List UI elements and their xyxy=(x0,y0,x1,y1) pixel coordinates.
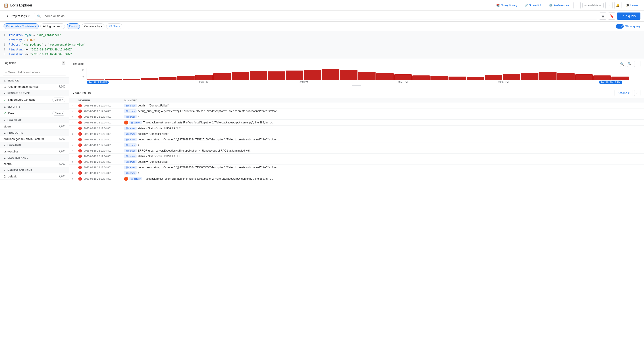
chip-icon: ▤ xyxy=(126,149,128,152)
expand-row-button[interactable]: › xyxy=(71,177,74,180)
clear-severity-button[interactable]: Clear × xyxy=(52,111,66,116)
chip-icon: ▤ xyxy=(126,115,128,118)
check-icon: ✓ xyxy=(4,111,6,116)
chevron-down-icon: ▾ xyxy=(101,25,102,28)
section-project-id[interactable]: ▲ PROJECT ID xyxy=(0,130,69,136)
section-log-name[interactable]: ▲ LOG NAME xyxy=(0,117,69,124)
bar xyxy=(213,73,231,80)
bar xyxy=(430,76,448,80)
bar xyxy=(358,72,376,80)
expand-row-button[interactable]: › xyxy=(71,160,74,164)
section-location[interactable]: ▲ LOCATION xyxy=(0,142,69,148)
check-icon: ✓ xyxy=(4,98,6,102)
project-logs-button[interactable]: ✦ Project logs ▾ xyxy=(4,13,32,20)
expand-row-button[interactable]: › xyxy=(71,166,74,169)
query-library-button[interactable]: 📚 Query library xyxy=(494,2,520,8)
clear-resource-button[interactable]: Clear × xyxy=(52,98,66,102)
table-row: › 🔴 2025-02-19 22:12:04.801 ▤ server det… xyxy=(69,131,644,137)
expand-row-button[interactable]: › xyxy=(71,126,74,130)
expand-row-button[interactable]: › xyxy=(71,149,74,152)
y-axis-max: 4K xyxy=(82,69,84,71)
server-chip: ▤ server xyxy=(124,154,136,158)
run-query-button[interactable]: Run query xyxy=(617,12,640,20)
link-icon: 🔗 xyxy=(524,4,528,7)
delete-icon: 🗑 xyxy=(601,14,604,18)
left-panel: Log fields « ≡ ▲ SERVICE ⬡ recommendatio… xyxy=(0,59,69,354)
more-filters-button[interactable]: +3 filters xyxy=(106,24,122,29)
nav-prev-button[interactable]: ‹ xyxy=(574,2,581,9)
expand-row-button[interactable]: › xyxy=(71,109,74,113)
bar xyxy=(304,70,321,80)
bar xyxy=(268,72,285,80)
expand-row-button[interactable]: › xyxy=(71,154,74,158)
expand-row-button[interactable]: › xyxy=(71,121,74,124)
timeline-chart xyxy=(86,68,629,80)
server-chip: ▤ server xyxy=(124,138,136,141)
bar xyxy=(466,77,484,80)
col-summary: SUMMARY xyxy=(124,99,642,102)
bar xyxy=(123,79,140,80)
server-chip: ▤ server xyxy=(130,177,142,180)
server-chip: ▤ server xyxy=(124,143,136,147)
share-link-button[interactable]: 🔗 Share link xyxy=(522,2,544,8)
chip-icon: ▤ xyxy=(126,132,128,135)
chip-icon: ▤ xyxy=(131,177,133,180)
bar xyxy=(412,76,430,80)
expand-row-button[interactable]: › xyxy=(71,143,74,147)
bar xyxy=(105,79,122,80)
save-button[interactable]: 🔖 xyxy=(608,12,615,20)
query-line-1: 1 resource.type="k8s_container" xyxy=(4,33,640,38)
warning-icon: ! xyxy=(124,120,128,124)
chip-icon: ▤ xyxy=(126,144,128,146)
section-resource-type[interactable]: ▲ RESOURCE TYPE xyxy=(0,90,69,96)
pan-right-button[interactable]: ⟶ xyxy=(634,61,640,67)
scrubber-handle[interactable] xyxy=(352,85,361,86)
expand-results-button[interactable]: ⤢ xyxy=(634,90,640,96)
search-fields-input[interactable] xyxy=(8,70,64,74)
zoom-in-button[interactable]: 🔍+ xyxy=(620,61,626,67)
expand-row-button[interactable]: › xyxy=(71,171,74,175)
expand-row-button[interactable]: › xyxy=(71,115,74,118)
list-item: ⬡ default 7,900 xyxy=(0,174,69,180)
chevron-down-icon: ▾ xyxy=(35,25,36,28)
nav-next-button[interactable]: › xyxy=(606,2,612,9)
error-icon: 🔴 xyxy=(78,104,84,107)
actions-button[interactable]: Actions ▾ xyxy=(614,90,632,96)
zoom-out-button[interactable]: 🔍- xyxy=(627,61,633,67)
chip-icon: ▤ xyxy=(131,121,133,124)
preferences-button[interactable]: ⚙️ Preferences xyxy=(546,2,572,8)
correlate-by-filter[interactable]: Correlate by ▾ xyxy=(82,24,104,29)
bar xyxy=(485,75,502,80)
expand-row-button[interactable]: › xyxy=(71,104,74,107)
expand-row-button[interactable]: › xyxy=(71,132,74,136)
search-input[interactable] xyxy=(42,14,594,18)
kubernetes-filter[interactable]: Kubernetes Container ▾ xyxy=(4,24,38,29)
error-filter[interactable]: Error ▾ xyxy=(67,24,80,29)
chevron-down-icon: ▲ xyxy=(4,144,6,147)
list-item: ✓ Error Clear × xyxy=(0,110,69,117)
show-query-toggle[interactable]: Show query xyxy=(616,24,640,28)
time-start-marker: Feb 19, 9:19 PM xyxy=(87,80,109,84)
toggle-switch[interactable] xyxy=(616,24,624,28)
section-service[interactable]: ▲ SERVICE xyxy=(0,78,69,84)
server-chip: ▤ server xyxy=(124,104,136,107)
log-names-filter[interactable]: All log names ▾ xyxy=(40,24,65,29)
learn-button[interactable]: 🎓 Learn xyxy=(623,2,640,8)
collapse-panel-button[interactable]: « xyxy=(62,61,66,65)
error-icon: 🔴 xyxy=(78,171,84,175)
bar xyxy=(539,72,556,80)
chevron-down-icon: ▾ xyxy=(76,25,78,28)
section-severity[interactable]: ▲ SEVERITY xyxy=(0,104,69,110)
timeline-section: Timeline 🔍+ 🔍- ⟶ 4K 0 xyxy=(69,59,644,88)
error-icon: 🔴 xyxy=(78,166,84,169)
list-item: central 7,900 xyxy=(0,161,69,167)
section-namespace[interactable]: ▲ NAMESPACE NAME xyxy=(0,167,69,174)
col-time: TIME xyxy=(84,99,124,102)
y-axis-min: 0 xyxy=(82,76,84,78)
notification-button[interactable]: 🔔 xyxy=(614,2,622,9)
list-item: qwiklabs-gcp-03-b97b75cdfc39 7,900 xyxy=(0,136,69,142)
section-cluster-name[interactable]: ▲ CLUSTER NAME xyxy=(0,155,69,161)
clear-search-button[interactable]: 🗑 xyxy=(599,12,606,20)
expand-row-button[interactable]: › xyxy=(71,138,74,141)
table-row: › 🔴 2025-02-19 22:12:04.801 ▤ server det… xyxy=(69,103,644,108)
